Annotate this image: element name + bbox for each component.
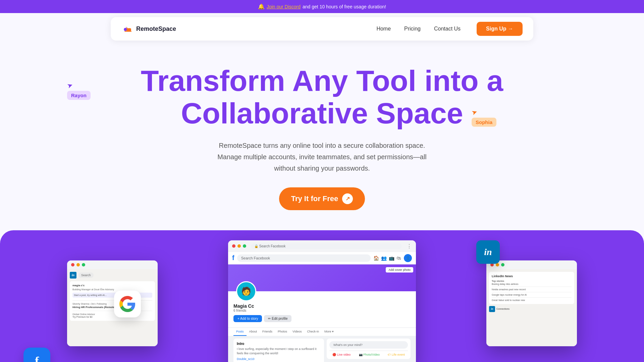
dot-yellow-center: [237, 244, 241, 248]
cursor-arrow-rayon: ➤: [66, 81, 74, 90]
fb-tab-photos[interactable]: Photos: [275, 328, 290, 336]
fb-friend-count: 6 friends: [233, 309, 411, 312]
browser-body-left: in Search magia c'c Building Manager at …: [67, 269, 158, 346]
cursor-sophia: ➤ Sophia: [472, 108, 496, 127]
discord-icon: 🔔: [258, 3, 265, 10]
cta-arrow-icon: ↗: [342, 193, 353, 204]
logo-link[interactable]: RemoteSpace: [121, 23, 176, 35]
fb-profile-avatar: 🧑: [236, 281, 256, 301]
fb-add-story-btn[interactable]: + Add to story: [233, 315, 262, 322]
dot-green-left: [82, 263, 85, 266]
fb-add-cover-btn[interactable]: Add cover photo: [386, 267, 413, 273]
fb-nav-icons: 🏠 👥 📺 🛍: [373, 255, 401, 261]
browser-left: in Search magia c'c Building Manager at …: [67, 260, 158, 346]
browser-bar-center: 🔒 Search Facebook ⋮: [228, 240, 416, 252]
fb-action-buttons: + Add to story ✏ Edit profile: [233, 315, 411, 322]
fb-intro-box: Intro I love surfing, especially the mom…: [233, 339, 324, 362]
cursor-rayon: ➤ Rayon: [67, 81, 91, 100]
fb-tab-more[interactable]: More ▾: [322, 328, 336, 336]
hero-description: RemoteSpace turns any online tool into a…: [208, 140, 436, 174]
fb-whats-on-mind[interactable]: What's on your mind?: [329, 341, 408, 349]
showcase-wrapper: f in in Searc: [0, 230, 644, 362]
dot-red-center: [232, 244, 235, 248]
facebook-logo-small: f: [232, 254, 234, 262]
banner-text: and get 10 hours of free usage duration!: [303, 4, 386, 9]
fb-posts-column: What's on your mind? 🔴 Live video 📷 Phot…: [327, 339, 411, 362]
fb-cover-buttons: Add cover photo: [386, 267, 413, 273]
discord-link[interactable]: Join our Discord: [267, 4, 301, 9]
linkedin-content: magia c'c Building Manager at Doué Être …: [70, 281, 155, 321]
hero-section: ➤ Rayon ➤ Sophia Transform Any Tool into…: [0, 45, 644, 217]
fb-tab-about[interactable]: About: [247, 328, 260, 336]
hero-wrapper: ➤ Rayon ➤ Sophia Transform Any Tool into…: [0, 45, 644, 362]
nav-link-pricing[interactable]: Pricing: [404, 26, 421, 32]
logo-text: RemoteSpace: [136, 25, 176, 33]
fb-edit-profile-btn[interactable]: ✏ Edit profile: [264, 315, 291, 322]
fb-tab-posts[interactable]: Posts: [233, 328, 247, 336]
logo-icon: [121, 23, 133, 35]
svg-rect-2: [127, 28, 131, 31]
right-bottom-bar: in Connections: [489, 306, 574, 312]
fb-search-bar[interactable]: Search Facebook: [237, 254, 371, 262]
fb-cover-photo: 🧑 Add cover photo: [228, 264, 416, 291]
fb-tab-videos[interactable]: Videos: [290, 328, 304, 336]
nav-link-home[interactable]: Home: [376, 26, 391, 32]
nav-wrapper: RemoteSpace Home Pricing Contact Us Sign…: [0, 13, 644, 45]
sophia-label: Sophia: [472, 118, 496, 127]
rayon-label: Rayon: [67, 91, 91, 100]
fb-shop-icon[interactable]: 🛍: [396, 255, 401, 261]
nav-links: Home Pricing Contact Us: [376, 26, 461, 32]
fb-avatar-icon: 👤: [406, 256, 411, 260]
fb-group-icon[interactable]: 👥: [381, 255, 387, 261]
nav-item-home[interactable]: Home: [376, 26, 391, 32]
fb-posts-section: Intro I love surfing, especially the mom…: [228, 336, 416, 362]
nav-links-wrapper: Home Pricing Contact Us Sign Up →: [376, 22, 523, 36]
fb-live-btn[interactable]: 🔴 Live video: [332, 353, 351, 356]
fb-create-post: What's on your mind? 🔴 Live video 📷 Phot…: [327, 339, 411, 359]
fb-photo-btn[interactable]: 📷 Photo/Video: [359, 353, 380, 356]
linkedin-news: LinkedIn News Top stories Boeing delay r…: [489, 272, 574, 304]
fb-tv-icon[interactable]: 📺: [389, 255, 394, 261]
dot-yellow-left: [76, 263, 80, 266]
facebook-f-letter: f: [35, 354, 39, 362]
signup-button[interactable]: Sign Up →: [477, 22, 523, 36]
fb-user-avatar: 👤: [404, 254, 412, 262]
fb-home-icon[interactable]: 🏠: [373, 255, 379, 261]
facebook-profile: 🧑 Add cover photo Magia Cc 6 friends + A…: [228, 264, 416, 362]
google-icon: [114, 291, 141, 317]
cursor-arrow-sophia: ➤: [470, 108, 478, 117]
fb-profile-info: Magia Cc 6 friends + Add to story ✏ Edit…: [228, 291, 416, 327]
browser-center: 🔒 Search Facebook ⋮ f Search Facebook 🏠 …: [228, 240, 416, 362]
facebook-icon: f: [23, 348, 50, 362]
dot-red-left: [71, 263, 74, 266]
showcase-area: in Search magia c'c Building Manager at …: [0, 230, 644, 362]
browser-bar-left: [67, 260, 158, 269]
svg-point-1: [124, 28, 127, 31]
fb-profile-name: Magia Cc: [233, 303, 411, 309]
linkedin-icon: in: [476, 240, 500, 264]
dot-green-right: [501, 263, 504, 266]
navbar: RemoteSpace Home Pricing Contact Us Sign…: [111, 17, 533, 41]
url-bar: 🔒 Search Facebook: [251, 243, 402, 249]
fb-tab-checkin[interactable]: Check-in: [304, 328, 322, 336]
fb-tab-friends[interactable]: Friends: [260, 328, 275, 336]
top-banner: 🔔 Join our Discord and get 10 hours of f…: [0, 0, 644, 13]
cta-label: Try It for Free: [291, 194, 338, 203]
linkedin-in-letter: in: [484, 247, 492, 257]
nav-link-contact[interactable]: Contact Us: [434, 26, 461, 32]
linkedin-search: Search: [78, 273, 94, 278]
browser-right: LinkedIn News Top stories Boeing delay r…: [486, 260, 577, 346]
cta-button[interactable]: Try It for Free ↗: [279, 187, 365, 210]
hero-title: Transform Any Tool into a Collaborative …: [138, 65, 506, 130]
google-svg: [119, 296, 136, 312]
dot-green-center: [243, 244, 246, 248]
browser-body-right: LinkedIn News Top stories Boeing delay r…: [486, 269, 577, 346]
fb-profile-tabs: Posts About Friends Photos Videos Check-…: [228, 327, 416, 336]
nav-item-pricing[interactable]: Pricing: [404, 26, 421, 32]
facebook-top-nav: f Search Facebook 🏠 👥 📺 🛍 👤: [228, 252, 416, 264]
nav-item-contact[interactable]: Contact Us: [434, 26, 461, 32]
fb-life-event-btn[interactable]: 🏷 Life event: [388, 353, 405, 356]
nav-icon-more[interactable]: ⋮: [407, 243, 412, 249]
browser-bar-right: [486, 260, 577, 269]
